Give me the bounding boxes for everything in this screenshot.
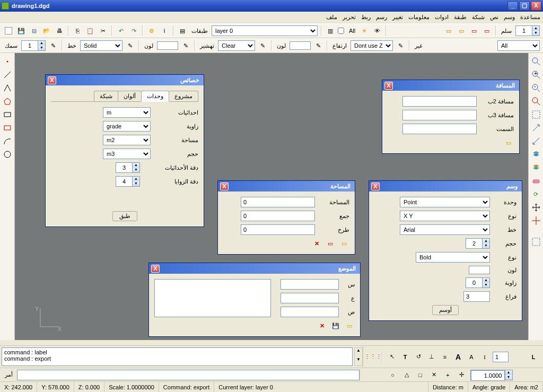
dim-icon-2[interactable]: ▭	[456, 25, 467, 36]
pos-delete-icon[interactable]: ✕	[317, 320, 327, 331]
pan-down-icon[interactable]	[531, 136, 541, 146]
zoom-all-icon[interactable]	[531, 96, 541, 107]
area-field[interactable]	[241, 197, 315, 207]
font-select[interactable]: Arial	[400, 224, 490, 235]
layer-stack-2-icon[interactable]	[531, 162, 541, 173]
paste-icon[interactable]: 📋	[85, 25, 95, 36]
pen-icon-2[interactable]: ✎	[125, 40, 135, 51]
all-checkbox[interactable]	[338, 28, 344, 34]
smk-spinner[interactable]: ▲▼	[21, 40, 46, 51]
snap-lines-icon[interactable]: ≡	[440, 352, 450, 362]
area-delete-icon[interactable]: ✕	[311, 238, 322, 249]
langle-spinner[interactable]: ▲▼	[466, 277, 490, 288]
undo-icon[interactable]: ↶	[116, 25, 126, 36]
close-button[interactable]: X	[531, 1, 541, 11]
properties-close-icon[interactable]: X	[48, 76, 56, 84]
dim-icon-3[interactable]: ▭	[469, 25, 479, 36]
redo-icon[interactable]: ↷	[128, 25, 139, 36]
open-icon[interactable]: 📂	[41, 25, 52, 36]
shape-plus-icon[interactable]: +	[443, 370, 453, 380]
zoom-icon[interactable]	[531, 56, 541, 67]
pen-icon-1[interactable]: ✎	[48, 40, 58, 51]
apply-button[interactable]: طبق	[112, 211, 137, 221]
copy-icon[interactable]: ⎘	[72, 25, 83, 36]
layer-icon-2[interactable]: ▥	[325, 25, 336, 36]
maximize-button[interactable]: ▢	[519, 1, 530, 11]
save-all-icon[interactable]: ⊟	[29, 25, 39, 36]
tab-project[interactable]: مشروع	[169, 91, 198, 101]
snap-rotate-icon[interactable]: ↺	[413, 352, 424, 362]
eraser-icon[interactable]	[531, 176, 541, 186]
layers-icon[interactable]: ▤	[177, 25, 188, 36]
d3-field[interactable]	[402, 110, 477, 120]
zoom-window-icon[interactable]	[531, 109, 541, 120]
snap-ibeam-icon[interactable]: I	[479, 352, 490, 362]
rect2-tool-icon[interactable]	[2, 123, 13, 133]
color-swatch-2[interactable]	[290, 41, 311, 50]
zoom-out-icon[interactable]: -	[531, 83, 541, 93]
unit-select[interactable]: Point	[400, 197, 490, 207]
d2-field[interactable]	[402, 96, 477, 107]
sun-icon[interactable]: ☀	[359, 25, 370, 36]
new-icon[interactable]	[3, 25, 14, 36]
label-button[interactable]: أوسم	[432, 305, 459, 315]
menu-modify[interactable]: تغيير	[392, 14, 403, 21]
menu-info[interactable]: معلومات	[408, 14, 430, 21]
crosshair-icon[interactable]	[531, 215, 541, 226]
command-input[interactable]	[17, 370, 360, 380]
space-field[interactable]	[463, 291, 490, 302]
snap-ortho-icon[interactable]: ⊥	[426, 352, 437, 362]
y-field[interactable]	[281, 293, 339, 303]
position-close-icon[interactable]: X	[151, 265, 160, 273]
info-icon[interactable]: i	[159, 25, 170, 36]
save-icon[interactable]: 💾	[16, 25, 27, 36]
arc-tool-icon[interactable]	[2, 136, 13, 146]
sub-field[interactable]	[241, 224, 315, 235]
x-field[interactable]	[281, 279, 339, 290]
pen-icon-3[interactable]: ✎	[180, 40, 191, 51]
circle-tool-icon[interactable]	[2, 149, 13, 160]
tab-grid[interactable]: شبكة	[94, 91, 118, 101]
label-close-icon[interactable]: X	[371, 182, 380, 190]
line-tool-icon[interactable]	[2, 69, 13, 80]
shape-triangle-icon[interactable]: △	[401, 370, 412, 380]
shape-cross2-icon[interactable]: ✢	[457, 370, 467, 380]
area-close-icon[interactable]: X	[220, 182, 229, 190]
angle-tool-icon[interactable]	[2, 83, 13, 93]
tab-units[interactable]: وحدات	[141, 91, 169, 102]
pos-save-icon[interactable]: 💾	[330, 320, 341, 331]
shape-square-icon[interactable]: □	[415, 370, 426, 380]
menu-layer[interactable]: طبقة	[454, 14, 467, 21]
type1-select[interactable]: X Y	[400, 211, 490, 221]
prec-coords-spinner[interactable]: ▲▼	[116, 162, 140, 173]
angle-select[interactable]: grade	[103, 121, 151, 132]
area-select[interactable]: m2	[103, 135, 151, 145]
dim-icon-4[interactable]: ▭	[481, 25, 492, 36]
z-select[interactable]: Dont use Z	[351, 40, 393, 51]
z-field[interactable]	[281, 307, 339, 317]
select-window-icon[interactable]	[531, 237, 541, 247]
dim-icon-1[interactable]: ▭	[443, 25, 454, 36]
grid-snap-icon[interactable]: ⋮⋮⋮	[367, 352, 378, 362]
pan-up-icon[interactable]	[531, 123, 541, 133]
size-spinner[interactable]: ▲▼	[466, 238, 490, 249]
tab-colors[interactable]: ألوان	[118, 91, 142, 101]
cut-icon[interactable]: ✂	[98, 25, 108, 36]
area-tool2-icon[interactable]: ▭	[325, 238, 336, 249]
shape-x-icon[interactable]: ✕	[429, 370, 440, 380]
layer-select[interactable]: layer 0	[212, 25, 318, 36]
menu-label[interactable]: وسم	[504, 14, 515, 21]
menu-file[interactable]: ملف	[326, 14, 337, 21]
snap-small-a-icon[interactable]: A	[466, 352, 477, 362]
snap-l-icon[interactable]: L	[528, 352, 539, 362]
pen-icon-6[interactable]: ✎	[395, 40, 406, 51]
layer-stack-icon[interactable]	[531, 149, 541, 160]
move-icon[interactable]	[531, 202, 541, 213]
distance-close-icon[interactable]: X	[384, 82, 393, 90]
menu-tools[interactable]: ادوات	[435, 14, 449, 21]
pen-icon-5[interactable]: ✎	[313, 40, 323, 51]
scale-spinner[interactable]: ▲▼	[470, 370, 513, 380]
snap-value[interactable]	[493, 352, 509, 362]
pen-icon-4[interactable]: ✎	[257, 40, 268, 51]
snap-text-icon[interactable]: T	[400, 352, 410, 362]
